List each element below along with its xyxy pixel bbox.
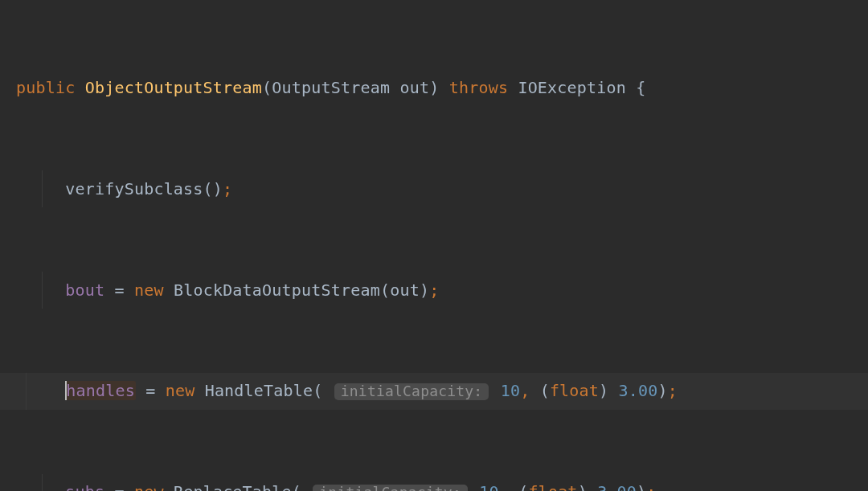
indent-guide-icon bbox=[26, 373, 27, 410]
close-paren-icon: ) bbox=[429, 78, 439, 97]
open-paren-icon: ( bbox=[262, 78, 272, 97]
throws-type: IOException bbox=[518, 78, 626, 97]
keyword-new: new bbox=[134, 482, 164, 491]
number-literal: 10 bbox=[501, 381, 520, 400]
keyword-float: float bbox=[528, 482, 577, 491]
open-paren-icon: ( bbox=[540, 381, 550, 400]
keyword-public: public bbox=[16, 78, 75, 97]
param-name: out bbox=[399, 78, 429, 97]
open-paren-icon: ( bbox=[380, 280, 390, 300]
open-paren-icon: ( bbox=[518, 482, 528, 491]
keyword-float: float bbox=[550, 381, 599, 400]
semicolon-icon: ; bbox=[668, 381, 678, 400]
close-paren-icon: ) bbox=[420, 280, 429, 300]
open-brace-icon: { bbox=[636, 78, 645, 97]
close-paren-icon: ) bbox=[213, 179, 223, 198]
indent-guide-icon bbox=[42, 170, 43, 207]
indent-guide-icon bbox=[42, 474, 43, 491]
semicolon-icon: ; bbox=[429, 280, 439, 300]
indent-guide-icon bbox=[42, 272, 43, 309]
open-paren-icon: ( bbox=[313, 381, 322, 400]
code-editor[interactable]: public ObjectOutputStream(OutputStream o… bbox=[0, 0, 868, 491]
keyword-new: new bbox=[166, 381, 195, 400]
comma-icon: , bbox=[499, 482, 509, 491]
close-paren-icon: ) bbox=[599, 381, 608, 400]
class-name: BlockDataOutputStream bbox=[174, 280, 380, 300]
class-name: HandleTable bbox=[205, 381, 313, 400]
code-line[interactable]: verifySubclass(); bbox=[16, 170, 868, 207]
param-hint: initialCapacity: bbox=[334, 383, 489, 400]
number-literal: 3.00 bbox=[619, 381, 658, 400]
field-ref: subs bbox=[65, 482, 104, 491]
param-type: OutputStream bbox=[272, 78, 390, 97]
equals-icon: = bbox=[145, 381, 155, 400]
code-line[interactable]: bout = new BlockDataOutputStream(out); bbox=[16, 272, 868, 309]
field-ref: bout bbox=[65, 280, 104, 300]
param-hint: initialCapacity: bbox=[313, 485, 468, 491]
equals-icon: = bbox=[114, 280, 124, 300]
close-paren-icon: ) bbox=[637, 482, 646, 491]
arg: out bbox=[390, 280, 420, 300]
class-name: ReplaceTable bbox=[174, 482, 292, 491]
open-paren-icon: ( bbox=[292, 482, 301, 491]
method-call: verifySubclass bbox=[65, 179, 203, 198]
text-caret-icon bbox=[65, 381, 67, 400]
semicolon-icon: ; bbox=[646, 482, 656, 491]
field-ref: handles bbox=[65, 381, 136, 400]
code-line[interactable]: public ObjectOutputStream(OutputStream o… bbox=[16, 69, 868, 106]
semicolon-icon: ; bbox=[223, 179, 232, 198]
keyword-new: new bbox=[134, 280, 164, 300]
number-literal: 10 bbox=[479, 482, 498, 491]
close-paren-icon: ) bbox=[578, 482, 588, 491]
open-paren-icon: ( bbox=[203, 179, 213, 198]
keyword-throws: throws bbox=[449, 78, 508, 97]
close-paren-icon: ) bbox=[658, 381, 668, 400]
method-name: ObjectOutputStream bbox=[85, 78, 262, 97]
comma-icon: , bbox=[520, 381, 530, 400]
code-line-current[interactable]: handles = new HandleTable( initialCapaci… bbox=[0, 373, 868, 410]
equals-icon: = bbox=[114, 482, 124, 491]
number-literal: 3.00 bbox=[597, 482, 637, 491]
code-line[interactable]: subs = new ReplaceTable( initialCapacity… bbox=[16, 474, 868, 491]
